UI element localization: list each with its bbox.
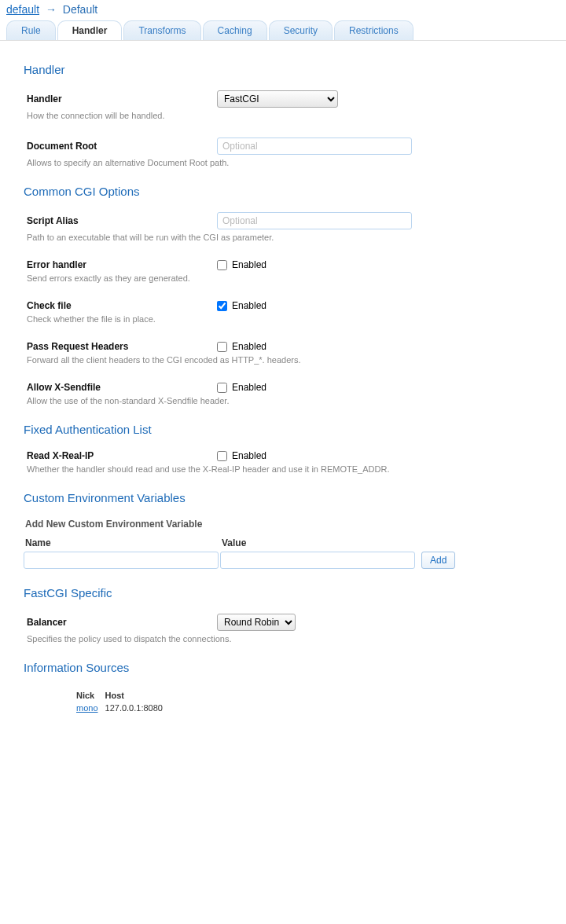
xrealip-label: Read X-Real-IP [24, 450, 217, 461]
info-host-value: 127.0.0.1:8080 [105, 702, 167, 713]
scriptalias-input[interactable] [217, 212, 412, 229]
docroot-label: Document Root [24, 141, 217, 152]
xrealip-help: Whether the handler should read and use … [24, 464, 555, 474]
env-add-button[interactable]: Add [421, 552, 455, 569]
section-cgi-title: Common CGI Options [24, 185, 555, 198]
tab-handler[interactable]: Handler [57, 20, 123, 40]
env-add-title: Add New Custom Environment Variable [24, 519, 555, 530]
balancer-select[interactable]: Round Robin [217, 614, 296, 631]
nick-header: Nick [75, 690, 103, 701]
table-row: mono 127.0.0.1:8080 [75, 702, 167, 713]
xrealip-enabled-label: Enabled [232, 450, 266, 461]
balancer-help: Specifies the policy used to dispatch th… [24, 634, 555, 644]
env-value-input[interactable] [220, 552, 415, 569]
host-header: Host [105, 690, 167, 701]
xsend-enabled-label: Enabled [232, 382, 266, 393]
breadcrumb-from[interactable]: default [6, 3, 39, 16]
errorhandler-label: Error handler [24, 259, 217, 270]
tab-transforms[interactable]: Transforms [123, 20, 200, 40]
handler-help: How the connection will be handled. [24, 111, 555, 120]
info-nick-link[interactable]: mono [76, 703, 98, 713]
section-env-title: Custom Environment Variables [24, 491, 555, 504]
env-name-header: Name [24, 537, 219, 548]
errorhandler-help: Send errors exactly as they are generate… [24, 273, 555, 283]
balancer-label: Balancer [24, 617, 217, 628]
docroot-input[interactable] [217, 138, 412, 155]
errorhandler-enabled-label: Enabled [232, 259, 266, 270]
info-sources-table: Nick Host mono 127.0.0.1:8080 [74, 688, 169, 715]
passreq-label: Pass Request Headers [24, 341, 217, 352]
checkfile-enabled-label: Enabled [232, 300, 266, 311]
xsend-checkbox[interactable] [217, 383, 227, 393]
tab-rule[interactable]: Rule [6, 20, 56, 40]
tab-caching[interactable]: Caching [203, 20, 267, 40]
tab-security[interactable]: Security [269, 20, 333, 40]
breadcrumb-to: Default [63, 3, 97, 16]
xrealip-checkbox[interactable] [217, 451, 227, 461]
checkfile-help: Check whether the file is in place. [24, 314, 555, 324]
checkfile-checkbox[interactable] [217, 301, 227, 311]
scriptalias-help: Path to an executable that will be run w… [24, 233, 555, 242]
checkfile-label: Check file [24, 300, 217, 311]
scriptalias-label: Script Alias [24, 215, 217, 226]
handler-label: Handler [24, 94, 217, 104]
handler-select[interactable]: FastCGI [217, 90, 338, 108]
xsend-label: Allow X-Sendfile [24, 382, 217, 393]
section-handler-title: Handler [24, 63, 555, 76]
errorhandler-checkbox[interactable] [217, 260, 227, 270]
breadcrumb-arrow: → [46, 3, 57, 16]
tab-bar: Rule Handler Transforms Caching Security… [0, 19, 566, 41]
env-name-input[interactable] [24, 552, 219, 569]
section-info-title: Information Sources [24, 661, 555, 674]
section-auth-title: Fixed Authentication List [24, 423, 555, 436]
docroot-help: Allows to specify an alternative Documen… [24, 158, 555, 167]
table-header-row: Nick Host [75, 690, 167, 701]
passreq-help: Forward all the client headers to the CG… [24, 355, 555, 365]
tab-restrictions[interactable]: Restrictions [334, 20, 413, 40]
section-fcgi-title: FastCGI Specific [24, 586, 555, 600]
breadcrumb: default → Default [0, 0, 566, 19]
env-value-header: Value [220, 537, 415, 548]
passreq-checkbox[interactable] [217, 342, 227, 352]
passreq-enabled-label: Enabled [232, 341, 266, 352]
xsend-help: Allow the use of the non-standard X-Send… [24, 396, 555, 405]
